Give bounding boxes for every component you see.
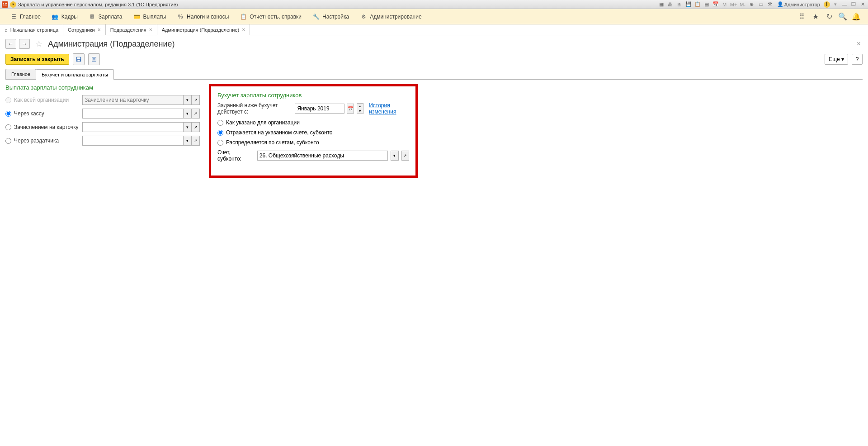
menu-kadry[interactable]: 👥 Кадры	[46, 9, 83, 24]
radio-kartochka[interactable]	[5, 124, 11, 130]
titlebar-mplus-icon[interactable]: M+	[730, 1, 737, 8]
combo-open-btn[interactable]: ↗	[192, 136, 200, 146]
titlebar-grid-icon[interactable]: ▦	[658, 1, 665, 8]
close-window-button[interactable]: ✕	[859, 1, 866, 8]
radio-raspredelyaetsya[interactable]	[217, 140, 223, 146]
menu-vyplaty-label: Выплаты	[143, 14, 166, 20]
close-icon[interactable]: ×	[149, 27, 152, 33]
bell-icon[interactable]: 🔔	[852, 12, 861, 21]
input-razdatchik[interactable]	[82, 136, 184, 146]
calendar-button[interactable]: 📅	[347, 104, 354, 114]
save-icon	[75, 56, 82, 62]
account-dropdown-button[interactable]: ▾	[391, 151, 398, 161]
titlebar: 1C ▾ Зарплата и управление персоналом, р…	[0, 0, 868, 9]
minimize-button[interactable]: —	[841, 1, 848, 8]
radio-vsey-org[interactable]	[5, 97, 11, 103]
apps-icon[interactable]: ⠿	[797, 12, 807, 21]
menu-main-label: Главное	[20, 14, 41, 20]
tab-administratsia[interactable]: Администрация (Подразделение) ×	[157, 24, 250, 35]
percent-icon: %	[177, 13, 184, 20]
more-button[interactable]: Еще ▾	[825, 54, 848, 65]
tab-podrazdeleniya[interactable]: Подразделения ×	[106, 24, 157, 35]
input-kartochka[interactable]	[82, 122, 184, 132]
main-menu: ☰ Главное 👥 Кадры 🖩 Зарплата 💳 Выплаты %…	[0, 9, 868, 24]
radio-kassa[interactable]	[5, 111, 11, 117]
svg-rect-1	[77, 57, 80, 59]
input-vsey-org	[82, 95, 184, 105]
titlebar-tool-icon[interactable]: ⚒	[766, 1, 774, 8]
radio-kak-ukazano[interactable]	[217, 120, 223, 126]
tab-sotrudniki[interactable]: Сотрудники ×	[63, 24, 106, 35]
app-logo: 1C	[2, 1, 8, 8]
close-icon[interactable]: ×	[242, 27, 245, 33]
titlebar-doc-icon[interactable]: 🗎	[676, 1, 683, 8]
tab-podrazdeleniya-label: Подразделения	[110, 27, 146, 33]
menu-main[interactable]: ☰ Главное	[5, 9, 46, 24]
list-button[interactable]	[88, 53, 100, 65]
save-button[interactable]	[73, 53, 85, 65]
nav-back-button[interactable]: ←	[5, 39, 16, 49]
radio-otrazhaetsya[interactable]	[217, 130, 223, 136]
inner-tab-main[interactable]: Главное	[5, 69, 36, 79]
titlebar-m-icon[interactable]: M	[721, 1, 728, 8]
titlebar-table-icon[interactable]: ▤	[703, 1, 710, 8]
search-icon[interactable]: 🔍	[838, 12, 847, 21]
star-icon[interactable]: ★	[811, 12, 820, 21]
salary-payment-section: Выплата зарплаты сотрудникам Как всей ор…	[5, 84, 200, 178]
effective-date-label: Заданный ниже бухучет действует с:	[217, 102, 292, 115]
radio-raspredelyaetsya-label: Распределяется по счетам, субконто	[226, 139, 319, 146]
nav-forward-button[interactable]: →	[19, 39, 30, 49]
tab-sotrudniki-label: Сотрудники	[68, 27, 95, 33]
hamburger-icon: ☰	[10, 13, 17, 20]
menu-otchetnost[interactable]: 📋 Отчетность, справки	[234, 9, 307, 24]
wrench-icon: 🔧	[312, 13, 320, 20]
account-open-button[interactable]: ↗	[401, 151, 409, 161]
combo-dropdown-btn[interactable]: ▾	[184, 95, 192, 105]
menu-nalogi[interactable]: % Налоги и взносы	[171, 9, 234, 24]
inner-tabs: Главное Бухучет и выплата зарплаты	[5, 69, 863, 80]
radio-razdatchik[interactable]	[5, 138, 11, 144]
menu-admin[interactable]: ⚙ Администрирование	[354, 9, 427, 24]
titlebar-zoom-icon[interactable]: ⊕	[748, 1, 755, 8]
titlebar-info-dropdown[interactable]: ▾	[832, 1, 839, 8]
inner-tab-buhuchet[interactable]: Бухучет и выплата зарплаты	[36, 69, 114, 80]
titlebar-calendar-icon[interactable]: 📅	[712, 1, 719, 8]
svg-rect-2	[77, 60, 80, 62]
save-close-button[interactable]: Записать и закрыть	[5, 54, 69, 65]
titlebar-print-icon[interactable]: 🖶	[667, 1, 674, 8]
history-link[interactable]: История изменения	[369, 102, 409, 115]
account-input[interactable]	[257, 151, 388, 161]
maximize-button[interactable]: ❐	[850, 1, 857, 8]
radio-otrazhaetsya-label: Отражается на указанном счете, субконто	[226, 129, 333, 136]
radio-razdatchik-label: Через раздатчика	[14, 138, 59, 144]
combo-open-btn[interactable]: ↗	[192, 109, 200, 119]
combo-dropdown-btn[interactable]: ▾	[184, 136, 192, 146]
close-icon[interactable]: ×	[98, 27, 101, 33]
close-page-button[interactable]: ×	[857, 40, 861, 48]
menu-vyplaty[interactable]: 💳 Выплаты	[127, 9, 171, 24]
tab-home[interactable]: ⌂ Начальная страница	[0, 24, 63, 35]
combo-open-btn[interactable]: ↗	[192, 122, 200, 132]
combo-dropdown-btn[interactable]: ▾	[184, 122, 192, 132]
spin-up-button[interactable]: ▲	[357, 104, 363, 109]
titlebar-mminus-icon[interactable]: M-	[739, 1, 746, 8]
combo-open-btn[interactable]: ↗	[192, 95, 200, 105]
titlebar-user[interactable]: 👤 Администратор	[775, 1, 822, 7]
titlebar-save-icon[interactable]: 💾	[685, 1, 692, 8]
salary-payment-title: Выплата зарплаты сотрудникам	[5, 84, 200, 91]
titlebar-copy-icon[interactable]: 📋	[694, 1, 701, 8]
help-button[interactable]: ?	[852, 54, 863, 65]
titlebar-panel-icon[interactable]: ▭	[757, 1, 764, 8]
titlebar-dropdown[interactable]: ▾	[10, 1, 16, 8]
favorite-star-icon[interactable]: ☆	[35, 39, 42, 49]
titlebar-info-icon[interactable]: i	[824, 1, 830, 8]
effective-date-input[interactable]	[295, 104, 344, 114]
home-icon: ⌂	[5, 27, 8, 33]
history-icon[interactable]: ↻	[825, 12, 834, 21]
input-kassa[interactable]	[82, 109, 184, 119]
spin-down-button[interactable]: ▼	[357, 109, 363, 114]
menu-nastroika[interactable]: 🔧 Настройка	[307, 9, 354, 24]
combo-dropdown-btn[interactable]: ▾	[184, 109, 192, 119]
menu-zarplata-label: Зарплата	[99, 14, 123, 20]
menu-zarplata[interactable]: 🖩 Зарплата	[83, 9, 128, 24]
